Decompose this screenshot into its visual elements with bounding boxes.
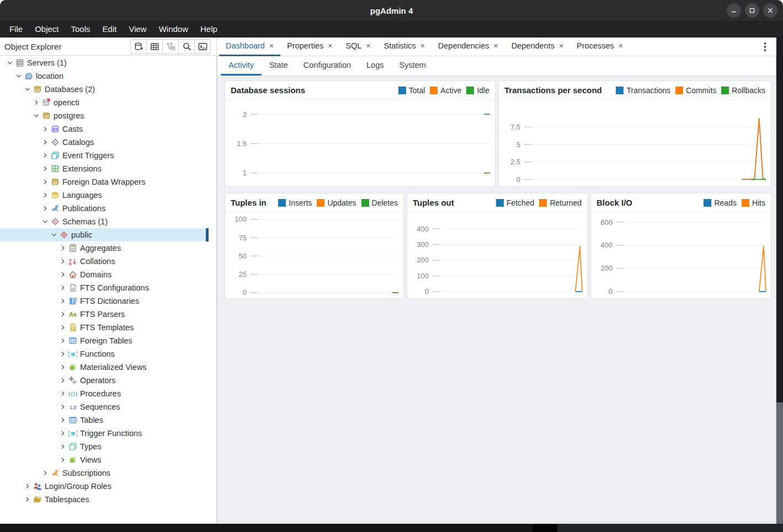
tree-item-publications[interactable]: Publications bbox=[0, 202, 209, 215]
tree-item-sequences[interactable]: Sequences bbox=[0, 400, 209, 413]
chevron-right-icon[interactable] bbox=[58, 310, 67, 319]
tab-close-icon[interactable]: × bbox=[328, 41, 332, 50]
chevron-right-icon[interactable] bbox=[58, 257, 67, 266]
menu-object[interactable]: Object bbox=[29, 22, 65, 36]
chevron-right-icon[interactable] bbox=[58, 363, 67, 372]
menu-file[interactable]: File bbox=[3, 22, 29, 36]
chevron-right-icon[interactable] bbox=[23, 495, 32, 504]
tab-dashboard[interactable]: Dashboard× bbox=[219, 37, 280, 56]
chevron-down-icon[interactable] bbox=[6, 58, 14, 67]
tree-item-catalogs[interactable]: Catalogs bbox=[0, 136, 209, 149]
chevron-right-icon[interactable] bbox=[41, 164, 50, 173]
tree-item-collations[interactable]: Collations bbox=[0, 255, 209, 268]
tree-item-casts[interactable]: Casts bbox=[0, 122, 209, 136]
chevron-down-icon[interactable] bbox=[32, 111, 41, 120]
tree-item-event-triggers[interactable]: Event Triggers bbox=[0, 149, 209, 162]
minimize-button[interactable] bbox=[727, 3, 741, 18]
tab-properties[interactable]: Properties× bbox=[280, 37, 339, 56]
menu-window[interactable]: Window bbox=[153, 22, 194, 36]
chevron-right-icon[interactable] bbox=[41, 151, 50, 160]
tree-item-trigger-functions[interactable]: Trigger Functions bbox=[0, 427, 209, 440]
tree-item-operators[interactable]: Operators bbox=[0, 374, 209, 387]
chevron-right-icon[interactable] bbox=[58, 389, 67, 398]
tree-item-fts-dictionaries[interactable]: FTS Dictionaries bbox=[0, 294, 209, 308]
tree-item-domains[interactable]: Domains bbox=[0, 268, 209, 281]
tree-item-aggregates[interactable]: Aggregates bbox=[0, 241, 209, 255]
query-tool-button[interactable] bbox=[194, 39, 211, 54]
tab-close-icon[interactable]: × bbox=[559, 41, 563, 50]
tree-item-views[interactable]: Views bbox=[0, 453, 209, 466]
tree-item-tables[interactable]: Tables bbox=[0, 413, 209, 427]
chevron-right-icon[interactable] bbox=[58, 350, 67, 358]
tree-item-languages[interactable]: Languages bbox=[0, 189, 209, 202]
tree-item-foreign-data-wrappers[interactable]: Foreign Data Wrappers bbox=[0, 175, 209, 189]
chevron-right-icon[interactable] bbox=[32, 98, 41, 107]
chevron-right-icon[interactable] bbox=[58, 402, 67, 411]
tab-statistics[interactable]: Statistics× bbox=[377, 37, 432, 56]
tree-item-types[interactable]: Types bbox=[0, 440, 209, 453]
chevron-right-icon[interactable] bbox=[58, 297, 67, 305]
chevron-right-icon[interactable] bbox=[58, 244, 67, 252]
chevron-right-icon[interactable] bbox=[58, 429, 67, 438]
tree-item-procedures[interactable]: Procedures bbox=[0, 387, 209, 400]
tree-item-public[interactable]: public bbox=[0, 228, 209, 241]
tab-close-icon[interactable]: × bbox=[366, 41, 370, 50]
subtab-state[interactable]: State bbox=[262, 56, 296, 76]
tree-item-location[interactable]: location bbox=[0, 69, 209, 83]
subtab-configuration[interactable]: Configuration bbox=[296, 56, 359, 76]
view-data-button[interactable] bbox=[146, 39, 163, 54]
tree-item-materialized-views[interactable]: Materialized Views bbox=[0, 361, 209, 374]
tab-dependencies[interactable]: Dependencies× bbox=[432, 37, 505, 56]
tab-close-icon[interactable]: × bbox=[269, 41, 274, 50]
tree-item-fts-configurations[interactable]: FTS Configurations bbox=[0, 281, 209, 294]
menu-edit[interactable]: Edit bbox=[97, 22, 123, 36]
tab-sql[interactable]: SQL× bbox=[339, 37, 377, 56]
maximize-button[interactable] bbox=[745, 3, 759, 18]
chevron-right-icon[interactable] bbox=[58, 323, 67, 332]
chevron-right-icon[interactable] bbox=[41, 125, 50, 133]
tree-item-tablespaces[interactable]: Tablespaces bbox=[0, 493, 209, 506]
tab-processes[interactable]: Processes× bbox=[570, 37, 630, 56]
chevron-right-icon[interactable] bbox=[58, 442, 67, 451]
tree-item-servers-1[interactable]: Servers (1) bbox=[0, 56, 209, 69]
tab-close-icon[interactable]: × bbox=[420, 41, 425, 50]
connect-database-button[interactable] bbox=[130, 39, 147, 54]
tree-item-postgres[interactable]: postgres bbox=[0, 109, 209, 122]
tab-dependents[interactable]: Dependents× bbox=[505, 37, 570, 56]
subtab-system[interactable]: System bbox=[391, 56, 433, 76]
tree-item-extensions[interactable]: Extensions bbox=[0, 162, 209, 175]
tree-item-opencti[interactable]: opencti bbox=[0, 96, 209, 109]
chevron-right-icon[interactable] bbox=[58, 416, 67, 424]
menu-tools[interactable]: Tools bbox=[65, 22, 97, 36]
tree-item-databases-2[interactable]: Databases (2) bbox=[0, 83, 209, 96]
chevron-right-icon[interactable] bbox=[41, 191, 50, 200]
menu-view[interactable]: View bbox=[122, 22, 152, 36]
chevron-down-icon[interactable] bbox=[23, 85, 32, 94]
close-button[interactable] bbox=[763, 3, 777, 18]
tree-item-fts-templates[interactable]: FTS Templates bbox=[0, 321, 209, 334]
chevron-right-icon[interactable] bbox=[41, 204, 50, 213]
chevron-right-icon[interactable] bbox=[58, 283, 67, 292]
tree-item-fts-parsers[interactable]: FTS Parsers bbox=[0, 308, 209, 321]
subtab-activity[interactable]: Activity bbox=[221, 56, 262, 76]
chevron-right-icon[interactable] bbox=[41, 469, 50, 477]
chevron-right-icon[interactable] bbox=[58, 336, 67, 345]
tab-overflow-menu-button[interactable] bbox=[764, 42, 766, 52]
chevron-down-icon[interactable] bbox=[14, 72, 23, 80]
tree-item-schemas-1[interactable]: Schemas (1) bbox=[0, 215, 209, 228]
tab-close-icon[interactable]: × bbox=[494, 41, 498, 50]
menu-help[interactable]: Help bbox=[194, 22, 223, 36]
chevron-down-icon[interactable] bbox=[41, 217, 50, 226]
chevron-down-icon[interactable] bbox=[50, 230, 58, 239]
tree-item-subscriptions[interactable]: Subscriptions bbox=[0, 466, 209, 480]
subtab-logs[interactable]: Logs bbox=[359, 56, 391, 76]
chevron-right-icon[interactable] bbox=[41, 178, 50, 186]
tree-item-login-group-roles[interactable]: Login/Group Roles bbox=[0, 480, 209, 493]
chevron-right-icon[interactable] bbox=[58, 376, 67, 385]
tree-item-functions[interactable]: Functions bbox=[0, 347, 209, 361]
tree-item-foreign-tables[interactable]: Foreign Tables bbox=[0, 334, 209, 347]
tab-close-icon[interactable]: × bbox=[619, 41, 623, 50]
chevron-right-icon[interactable] bbox=[58, 455, 67, 464]
chevron-right-icon[interactable] bbox=[23, 482, 32, 491]
search-objects-button[interactable] bbox=[178, 39, 195, 54]
